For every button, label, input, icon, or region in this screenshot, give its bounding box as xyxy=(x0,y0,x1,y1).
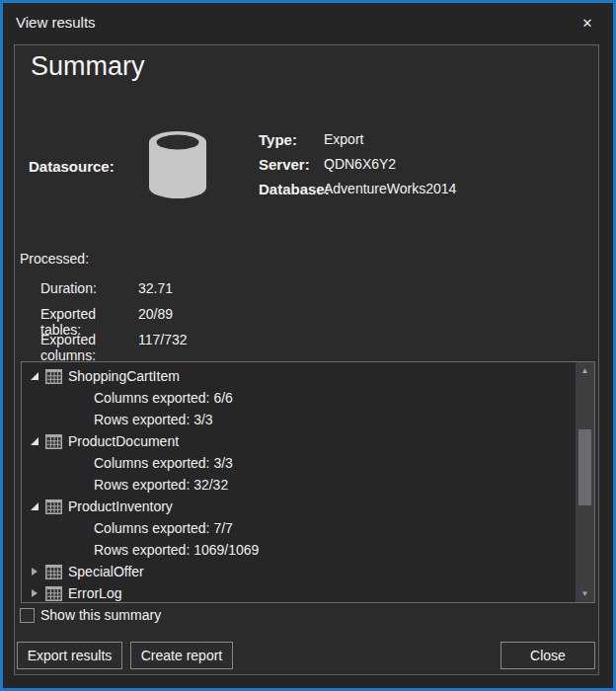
create-report-button[interactable]: Create report xyxy=(130,642,233,669)
tree-item-productdocument[interactable]: ProductDocument xyxy=(22,430,575,452)
info-row-server: Server: QDN6X6Y2 xyxy=(259,156,456,181)
tree-content: ShoppingCartItem Columns exported: 6/6 R… xyxy=(22,365,575,603)
expand-expander-icon[interactable] xyxy=(26,589,43,597)
expand-expander-icon[interactable] xyxy=(26,568,43,576)
table-name: ErrorLog xyxy=(68,585,121,601)
database-label: Database: xyxy=(259,181,324,197)
database-cylinder-icon xyxy=(147,129,208,200)
table-name: ShoppingCartItem xyxy=(68,368,180,384)
exported-columns-value: 117/732 xyxy=(138,332,188,357)
stat-row-exported-tables: Exported tables: 20/89 xyxy=(40,306,188,332)
table-grid-icon xyxy=(45,499,62,514)
datasource-label: Datasource: xyxy=(29,158,115,175)
table-name: SpecialOffer xyxy=(68,564,144,579)
scroll-down-icon[interactable]: ▼ xyxy=(576,586,594,601)
exported-columns-label: Exported columns: xyxy=(40,332,138,357)
tree-detail-rows: Rows exported: 3/3 xyxy=(22,409,575,430)
scroll-up-icon[interactable]: ▲ xyxy=(576,363,594,378)
scrollbar-thumb[interactable] xyxy=(578,429,591,505)
close-button[interactable]: Close xyxy=(500,642,595,669)
show-summary-option: Show this summary xyxy=(20,607,161,623)
table-grid-icon xyxy=(45,434,62,449)
tree-item-shoppingcartitem[interactable]: ShoppingCartItem xyxy=(22,365,575,387)
server-value: QDN6X6Y2 xyxy=(324,156,396,172)
tree-item-productinventory[interactable]: ProductInventory xyxy=(22,496,575,517)
info-row-type: Type: Export xyxy=(259,131,456,156)
exported-tables-label: Exported tables: xyxy=(40,306,138,332)
table-name: ProductDocument xyxy=(68,433,179,449)
database-value: AdventureWorks2014 xyxy=(324,181,456,196)
tree-detail-columns: Columns exported: 3/3 xyxy=(22,452,575,474)
collapse-expander-icon[interactable] xyxy=(26,437,43,445)
collapse-expander-icon[interactable] xyxy=(26,372,43,380)
type-value: Export xyxy=(324,131,363,147)
exported-tables-value: 20/89 xyxy=(138,306,173,332)
detail-text: Columns exported: 6/6 xyxy=(94,390,233,406)
stat-row-exported-columns: Exported columns: 117/732 xyxy=(40,332,188,357)
table-grid-icon xyxy=(45,586,62,601)
detail-text: Columns exported: 7/7 xyxy=(94,520,233,536)
window-title: View results xyxy=(16,14,96,31)
tree-item-errorlog[interactable]: ErrorLog xyxy=(22,582,575,603)
tree-detail-rows: Rows exported: 32/32 xyxy=(22,474,575,496)
tree-detail-columns: Columns exported: 7/7 xyxy=(22,517,575,539)
show-summary-label: Show this summary xyxy=(40,607,161,623)
view-results-dialog: View results ✕ Summary Datasource: Type:… xyxy=(0,0,616,691)
table-grid-icon xyxy=(45,565,62,579)
duration-label: Duration: xyxy=(40,280,138,306)
detail-text: Rows exported: 1069/1069 xyxy=(94,542,259,558)
vertical-scrollbar[interactable]: ▲ ▼ xyxy=(576,362,594,602)
processed-label: Processed: xyxy=(20,251,89,267)
table-grid-icon xyxy=(45,369,62,384)
detail-text: Columns exported: 3/3 xyxy=(94,455,233,471)
tree-detail-rows: Rows exported: 1069/1069 xyxy=(22,539,575,561)
collapse-expander-icon[interactable] xyxy=(26,502,43,510)
tree-detail-columns: Columns exported: 6/6 xyxy=(22,387,575,409)
processed-stats: Duration: 32.71 Exported tables: 20/89 E… xyxy=(40,280,188,357)
page-title: Summary xyxy=(31,51,145,82)
show-summary-checkbox[interactable] xyxy=(20,608,35,623)
detail-text: Rows exported: 3/3 xyxy=(94,412,213,427)
results-tree[interactable]: ShoppingCartItem Columns exported: 6/6 R… xyxy=(21,361,595,603)
server-label: Server: xyxy=(259,156,324,173)
datasource-info: Type: Export Server: QDN6X6Y2 Database: … xyxy=(259,131,456,205)
duration-value: 32.71 xyxy=(138,280,173,306)
export-results-button[interactable]: Export results xyxy=(17,642,122,669)
info-row-database: Database: AdventureWorks2014 xyxy=(259,181,456,205)
type-label: Type: xyxy=(259,131,324,148)
stat-row-duration: Duration: 32.71 xyxy=(40,280,188,306)
close-icon[interactable]: ✕ xyxy=(576,11,599,35)
titlebar: View results ✕ xyxy=(3,3,613,44)
table-name: ProductInventory xyxy=(68,499,173,514)
detail-text: Rows exported: 32/32 xyxy=(94,477,228,493)
summary-panel: Summary Datasource: Type: Export Server:… xyxy=(14,44,599,675)
tree-item-specialoffer[interactable]: SpecialOffer xyxy=(22,561,575,582)
